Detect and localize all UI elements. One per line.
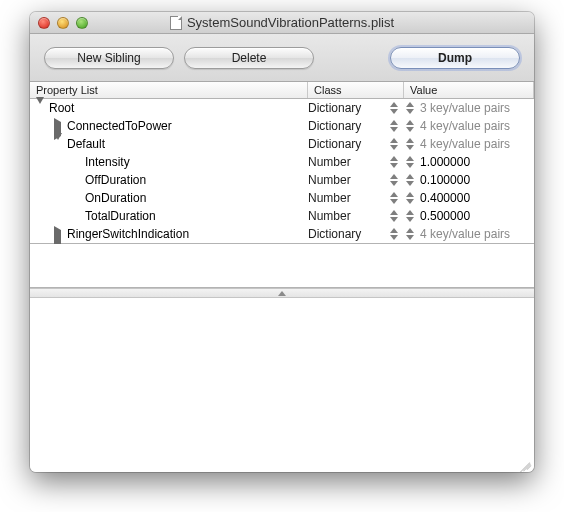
new-sibling-label: New Sibling [77,51,140,65]
delete-label: Delete [232,51,267,65]
chevron-right-icon[interactable] [54,230,63,239]
close-icon[interactable] [38,17,50,29]
table-row[interactable]: OffDurationNumber0.100000 [30,171,534,189]
value-stepper-icon[interactable] [406,173,414,187]
cell-value: 0.500000 [404,209,534,223]
cell-value: 4 key/value pairs [404,227,534,241]
document-icon [170,16,182,30]
cell-property: RingerSwitchIndication [30,227,308,241]
class-stepper-icon[interactable] [390,155,398,169]
window-controls [30,17,88,29]
disclosure-none [72,176,81,185]
property-name: Intensity [85,155,130,169]
cell-property: OnDuration [30,191,308,205]
value-text: 0.100000 [420,173,470,187]
cell-property: ConnectedToPower [30,119,308,133]
chevron-down-icon[interactable] [54,140,63,149]
cell-class: Number [308,209,404,223]
cell-property: OffDuration [30,173,308,187]
property-name: Default [67,137,105,151]
value-text: 4 key/value pairs [420,137,510,151]
class-stepper-icon[interactable] [390,101,398,115]
value-stepper-icon[interactable] [406,119,414,133]
minimize-icon[interactable] [57,17,69,29]
window-title: SystemSoundVibrationPatterns.plist [187,15,394,30]
header-class[interactable]: Class [308,82,404,98]
property-name: ConnectedToPower [67,119,172,133]
split-handle[interactable] [30,288,534,298]
value-text: 4 key/value pairs [420,119,510,133]
cell-class: Dictionary [308,137,404,151]
cell-value: 0.100000 [404,173,534,187]
value-text: 0.500000 [420,209,470,223]
cell-class: Dictionary [308,101,404,115]
cell-class: Number [308,155,404,169]
class-stepper-icon[interactable] [390,191,398,205]
value-stepper-icon[interactable] [406,137,414,151]
cell-class: Dictionary [308,227,404,241]
cell-property: Root [30,101,308,115]
content-area: Property List Class Value RootDictionary… [30,82,534,472]
class-label: Dictionary [308,137,361,151]
class-stepper-icon[interactable] [390,119,398,133]
property-name: OnDuration [85,191,146,205]
property-name: OffDuration [85,173,146,187]
cell-property: TotalDuration [30,209,308,223]
class-label: Dictionary [308,227,361,241]
dump-button[interactable]: Dump [390,47,520,69]
property-name: RingerSwitchIndication [67,227,189,241]
table-row[interactable]: OnDurationNumber0.400000 [30,189,534,207]
table-row[interactable]: TotalDurationNumber0.500000 [30,207,534,225]
table-row[interactable]: IntensityNumber1.000000 [30,153,534,171]
cell-value: 4 key/value pairs [404,119,534,133]
header-property[interactable]: Property List [30,82,308,98]
class-stepper-icon[interactable] [390,137,398,151]
value-stepper-icon[interactable] [406,227,414,241]
table-row[interactable]: DefaultDictionary4 key/value pairs [30,135,534,153]
table-row[interactable]: RingerSwitchIndicationDictionary4 key/va… [30,225,534,243]
class-label: Dictionary [308,119,361,133]
titlebar: SystemSoundVibrationPatterns.plist [30,12,534,34]
cell-property: Default [30,137,308,151]
zoom-icon[interactable] [76,17,88,29]
property-name: TotalDuration [85,209,156,223]
disclosure-none [72,212,81,221]
window: SystemSoundVibrationPatterns.plist New S… [30,12,534,472]
table-row[interactable]: ConnectedToPowerDictionary4 key/value pa… [30,117,534,135]
class-stepper-icon[interactable] [390,209,398,223]
class-stepper-icon[interactable] [390,227,398,241]
class-label: Number [308,173,351,187]
value-text: 3 key/value pairs [420,101,510,115]
cell-value: 3 key/value pairs [404,101,534,115]
table-body: RootDictionary3 key/value pairsConnected… [30,99,534,244]
value-stepper-icon[interactable] [406,191,414,205]
value-stepper-icon[interactable] [406,155,414,169]
cell-value: 4 key/value pairs [404,137,534,151]
chevron-down-icon[interactable] [36,104,45,113]
resize-handle[interactable] [518,456,532,470]
chevron-right-icon[interactable] [54,122,63,131]
cell-value: 0.400000 [404,191,534,205]
header-value[interactable]: Value [404,82,534,98]
detail-pane [30,298,534,472]
cell-value: 1.000000 [404,155,534,169]
class-label: Number [308,191,351,205]
table-row[interactable]: RootDictionary3 key/value pairs [30,99,534,117]
new-sibling-button[interactable]: New Sibling [44,47,174,69]
value-text: 0.400000 [420,191,470,205]
table-empty-area [30,244,534,288]
grip-icon [278,291,286,296]
class-stepper-icon[interactable] [390,173,398,187]
property-name: Root [49,101,74,115]
value-text: 1.000000 [420,155,470,169]
value-stepper-icon[interactable] [406,209,414,223]
disclosure-none [72,194,81,203]
cell-property: Intensity [30,155,308,169]
toolbar: New Sibling Delete Dump [30,34,534,82]
delete-button[interactable]: Delete [184,47,314,69]
cell-class: Number [308,191,404,205]
dump-label: Dump [438,51,472,65]
value-stepper-icon[interactable] [406,101,414,115]
table-header: Property List Class Value [30,82,534,99]
class-label: Number [308,209,351,223]
